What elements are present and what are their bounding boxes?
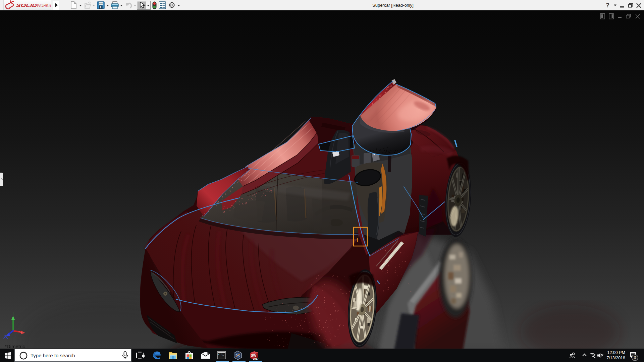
svg-text:WORKS: WORKS bbox=[37, 2, 51, 8]
svg-text:2017: 2017 bbox=[253, 357, 259, 360]
svg-text:SOLID: SOLID bbox=[16, 2, 37, 8]
svg-text:SW: SW bbox=[251, 353, 257, 357]
svg-text:3: 3 bbox=[634, 355, 636, 360]
svg-text:?: ? bbox=[606, 2, 609, 9]
svg-text:C:\_: C:\_ bbox=[218, 353, 224, 356]
